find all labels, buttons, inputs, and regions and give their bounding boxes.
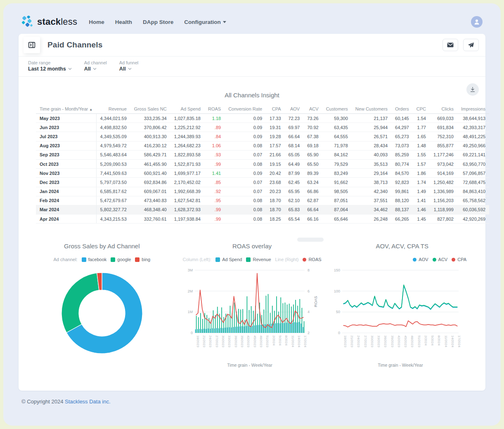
table-row[interactable]: May 20234,344,021.59333,235.341,027,835.… <box>36 114 489 123</box>
row-cell: 65,273 <box>391 132 413 141</box>
column-header-clicks[interactable]: Clicks <box>430 104 457 114</box>
table-head: Time grain - Month/Year▲RevenueGross Sal… <box>36 104 489 114</box>
channels-insight-table: Time grain - Month/Year▲RevenueGross Sal… <box>36 104 489 224</box>
filter-value[interactable]: All <box>84 66 107 72</box>
column-header-time-grain-month-year[interactable]: Time grain - Month/Year▲ <box>36 104 96 114</box>
svg-text:50: 50 <box>336 310 340 314</box>
row-cell: 1.41 <box>413 196 430 205</box>
filter-label: Ad funnel <box>119 60 138 65</box>
row-cell: 20.23 <box>266 187 285 196</box>
table-row[interactable]: Jul 20234,349,535.09400,913.301,244,389.… <box>36 132 489 141</box>
row-cell: 84,570 <box>391 169 413 178</box>
row-cell: .93 <box>204 150 225 159</box>
svg-text:42/2023: 42/2023 <box>397 335 401 347</box>
column-header-conversion-rate[interactable]: Conversion Rate <box>225 104 266 114</box>
legend-marker <box>111 257 115 262</box>
donut-chart-title: Gross Sales by Ad Channel <box>27 243 177 250</box>
row-cell: 0.08 <box>225 196 266 205</box>
row-cell: 1,027,835.18 <box>170 114 204 123</box>
row-cell: 38,713 <box>352 178 391 187</box>
table-row[interactable]: Aug 20234,979,549.72416,230.121,264,682.… <box>36 141 489 150</box>
svg-text:30/2023: 30/2023 <box>370 335 374 347</box>
svg-text:2M: 2M <box>187 289 193 293</box>
column-header-ad-spend[interactable]: Ad Spend <box>170 104 204 114</box>
row-cell: 0.08 <box>225 214 266 224</box>
column-header-customers[interactable]: Customers <box>322 104 352 114</box>
row-cell: 73,073 <box>391 141 413 150</box>
legend-marker <box>135 257 140 262</box>
row-cell: 71,978 <box>322 141 352 150</box>
legend-marker <box>413 258 416 262</box>
brand-name: stackless <box>37 16 77 27</box>
table-row[interactable]: Jun 20234,498,832.50370,806.421,225,212.… <box>36 123 489 132</box>
footer: © Copyright 2024 Stackless Data inc. <box>3 391 501 412</box>
row-cell: .99 <box>204 159 225 168</box>
svg-text:8/2024: 8/2024 <box>438 335 441 346</box>
nav-link-home[interactable]: Home <box>89 19 104 25</box>
table-row[interactable]: Feb 20245,472,679.67473,440.831,627,542.… <box>36 196 489 205</box>
column-header-orders[interactable]: Orders <box>391 104 413 114</box>
column-header-roas[interactable]: ROAS <box>204 104 225 114</box>
table-row[interactable]: Nov 20237,441,509.63600,921.401,699,977.… <box>36 169 489 178</box>
scroll-pill[interactable] <box>297 238 324 242</box>
row-cell: 0.07 <box>225 187 266 196</box>
filter-date-range[interactable]: Date rangeLast 12 months <box>28 60 72 72</box>
column-header-gross-sales-nc[interactable]: Gross Sales NC <box>130 104 170 114</box>
table-row[interactable]: Sep 20235,546,483.64586,429.711,822,893.… <box>36 150 489 159</box>
ts-chart-legend: AOVACVCPA <box>327 256 477 263</box>
column-header-new-customers[interactable]: New Customers <box>352 104 391 114</box>
row-cell: 42,920,269 <box>457 214 489 224</box>
legend-item-bing[interactable]: bing <box>135 257 150 262</box>
legend-item-roas[interactable]: ROAS <box>303 257 321 262</box>
navbar: stackless HomeHealthDApp StoreConfigurat… <box>3 3 501 34</box>
svg-text:0: 0 <box>190 331 192 335</box>
row-cell: 1.48 <box>413 141 430 150</box>
legend-item-google[interactable]: google <box>111 257 131 262</box>
nav-link-health[interactable]: Health <box>115 19 132 25</box>
legend-item-cpa[interactable]: CPA <box>452 257 466 262</box>
send-button[interactable] <box>463 39 479 51</box>
table-row[interactable]: Dec 20235,797,073.50692,834.862,170,452.… <box>36 178 489 187</box>
column-header-cpa[interactable]: CPA <box>266 104 285 114</box>
column-header-impressions[interactable]: Impressions <box>457 104 489 114</box>
row-cell: 83,249 <box>322 169 352 178</box>
row-cell: 65.50 <box>303 159 322 168</box>
legend-item-facebook[interactable]: facebook <box>82 257 107 262</box>
row-period: Oct 2023 <box>36 159 96 168</box>
row-cell: 49,250,966 <box>457 141 489 150</box>
row-cell: 416,230.12 <box>130 141 170 150</box>
footer-link[interactable]: Stackless Data inc. <box>65 398 111 405</box>
user-avatar[interactable] <box>471 16 483 28</box>
legend-item-acv[interactable]: ACV <box>433 257 448 262</box>
download-button[interactable] <box>466 83 479 96</box>
row-cell: 0.07 <box>225 150 266 159</box>
column-header-acv[interactable]: ACV <box>303 104 322 114</box>
row-cell: 79,529 <box>322 159 352 168</box>
sidebar-toggle-button[interactable] <box>24 37 40 53</box>
row-cell: 1.45 <box>413 214 430 224</box>
email-button[interactable] <box>442 39 458 51</box>
row-cell: 40,093 <box>352 150 391 159</box>
legend-item-revenue[interactable]: Revenue <box>246 257 271 262</box>
table-row[interactable]: Jan 20246,585,817.62609,067.011,992,668.… <box>36 187 489 196</box>
table-row[interactable]: Apr 20244,343,215.53332,760.611,197,938.… <box>36 214 489 224</box>
row-cell: 84,863,410 <box>457 187 489 196</box>
table-row[interactable]: Mar 20245,802,327.72468,348.401,628,372.… <box>36 205 489 214</box>
nav-link-configuration[interactable]: Configuration <box>184 19 226 25</box>
column-header-cpc[interactable]: CPC <box>413 104 430 114</box>
column-header-aov[interactable]: AOV <box>285 104 304 114</box>
legend-item-ad-spend[interactable]: Ad Spend <box>215 257 242 262</box>
filter-value[interactable]: All <box>119 66 138 72</box>
nav-link-dapp-store[interactable]: DApp Store <box>143 19 173 25</box>
filter-ad-funnel[interactable]: Ad funnelAll <box>119 60 138 72</box>
legend-item-aov[interactable]: AOV <box>413 257 428 262</box>
svg-text:42/2023: 42/2023 <box>246 335 250 347</box>
column-header-revenue[interactable]: Revenue <box>96 104 130 114</box>
row-cell: 87,064 <box>322 205 352 214</box>
row-cell: 1,628,372.93 <box>170 205 204 214</box>
row-cell: 66,265 <box>391 214 413 224</box>
filter-ad-channel[interactable]: Ad channelAll <box>84 60 107 72</box>
brand-logo[interactable]: stackless <box>21 16 77 28</box>
table-row[interactable]: Oct 20235,209,090.53461,455.901,522,871.… <box>36 159 489 168</box>
filter-value[interactable]: Last 12 months <box>28 66 72 72</box>
